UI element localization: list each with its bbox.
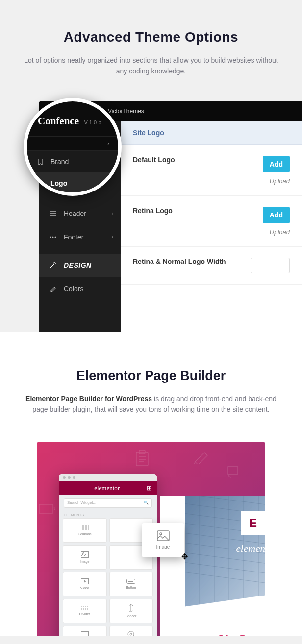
chevron-right-icon: › [107,141,109,146]
sidebar-item-header[interactable]: Header › [39,202,121,225]
options-content: Site Logo Default Logo Add Upload Retina… [121,121,302,332]
widget-label: Video [80,586,89,590]
search-icon: 🔍 [144,501,149,505]
widget-video[interactable]: Video [63,572,107,596]
magnifier-lens: Confence V-1.0 b › Brand Logo [24,98,122,196]
svg-rect-8 [87,525,89,530]
sidebar-item-design[interactable]: DESIGN [39,254,121,277]
widget-label: Divider [79,612,90,616]
svg-point-15 [130,633,132,635]
section2-desc-bold: Elementor Page Builder for WordPress [25,395,152,403]
window-controls [59,474,157,481]
sidebar-item-colors[interactable]: Colors [39,277,121,301]
brush-icon [49,286,57,292]
columns-icon [81,525,89,530]
section1-desc: Lot of options neatly organized into sec… [0,55,302,77]
widget-button[interactable]: Button [109,572,153,596]
section1-title: Advanced Theme Options [0,29,302,45]
chevron-right-icon: › [112,211,113,216]
logo-width-label: Retina & Normal Logo Width [133,258,251,265]
add-retina-logo-button[interactable]: Add [263,207,290,223]
sidebar-item-footer[interactable]: Footer › [39,225,121,249]
upload-hint: Upload [270,228,290,236]
imagebox-icon [81,631,89,636]
widget-label: Spacer [126,614,136,618]
topbar-brand: VictorThemes [108,108,144,115]
window-dot [68,476,71,479]
wand-icon [49,262,57,269]
sidebar-footer-label: Footer [64,233,83,241]
spacer-icon [128,604,134,612]
editor-search-wrap: Search Widget... 🔍 [59,495,157,511]
svg-rect-14 [81,632,88,636]
search-input[interactable]: Search Widget... 🔍 [64,498,152,508]
elements-label: ELEMENTS [59,511,157,518]
deco-brush-icon [226,464,240,479]
image-icon [157,530,170,541]
row-retina-logo: Retina Logo Add Upload [121,196,302,247]
sidebar-design-label: DESIGN [64,262,92,269]
widget-columns[interactable]: Columns [63,518,107,543]
svg-rect-9 [81,551,88,557]
svg-point-17 [160,533,162,535]
lens-item-brand[interactable]: Brand [27,151,118,172]
widget-label: Image [80,560,89,563]
row-default-logo: Default Logo Add Upload [121,145,302,196]
bookmark-icon [38,159,45,165]
logo-width-input[interactable] [251,258,290,273]
svg-rect-7 [84,525,86,530]
retina-logo-label: Retina Logo [133,207,221,215]
widget-image[interactable]: Image [63,545,107,570]
row-logo-width: Retina & Normal Logo Width [121,247,302,285]
deco-clipboard-icon [135,450,150,467]
widget-divider[interactable]: Divider [63,599,107,623]
svg-rect-5 [39,504,53,513]
widget-image-box[interactable]: Image Box [63,626,107,636]
upload-hint: Upload [270,177,290,185]
video-icon [81,578,89,584]
image-icon [81,551,89,558]
section2-title: Elementor Page Builder [0,368,302,383]
window-dot [73,476,76,479]
dots-icon [49,236,57,238]
button-icon [126,579,135,584]
deco-pen-icon [194,450,211,464]
dragging-widget[interactable]: Image ✥ [142,523,184,557]
editor-header: ≡ elementor ⊞ [59,481,157,495]
lens-version: V-1.0 b [84,119,101,125]
hamburger-icon [49,211,57,216]
elementor-preview: E elemen Live Page Builder Fo [160,496,265,636]
lens-brand-label: Brand [50,158,69,166]
drag-widget-label: Image [156,544,170,549]
content-header: Site Logo [121,121,302,145]
svg-rect-6 [81,525,83,530]
move-cursor-icon: ✥ [181,552,188,561]
window-dot [63,476,66,479]
sidebar-header-label: Header [64,210,86,217]
elementor-section: Elementor Page Builder Elementor Page Bu… [0,332,302,636]
svg-point-0 [50,236,51,238]
widget-spacer[interactable]: Spacer [109,599,153,623]
lens-brand: Confence [38,115,79,127]
maps-icon [127,631,134,636]
elementor-frame: ≡ elementor ⊞ Search Widget... 🔍 ELEMENT… [37,442,265,636]
chevron-right-icon: › [112,234,113,239]
widget-google-maps[interactable]: Google Maps [109,626,153,636]
editor-brand: elementor [94,484,120,492]
elementor-logo-icon: E [241,511,265,535]
default-logo-label: Default Logo [133,156,221,164]
svg-rect-13 [128,581,133,582]
lens-row-first[interactable]: › [27,136,118,151]
svg-point-2 [55,236,56,238]
lens-logo-label: Logo [50,179,67,187]
preview-tagline: Live Page Builder Fo [219,633,265,636]
widget-label: Columns [78,532,92,536]
sidebar-colors-label: Colors [64,285,83,293]
deco-screen-icon [38,503,55,516]
preview-brand: elemen [236,543,265,555]
hamburger-icon[interactable]: ≡ [64,484,67,492]
add-default-logo-button[interactable]: Add [263,156,290,172]
widget-label: Button [126,586,136,589]
grid-icon[interactable]: ⊞ [147,484,152,492]
svg-point-1 [52,236,54,238]
